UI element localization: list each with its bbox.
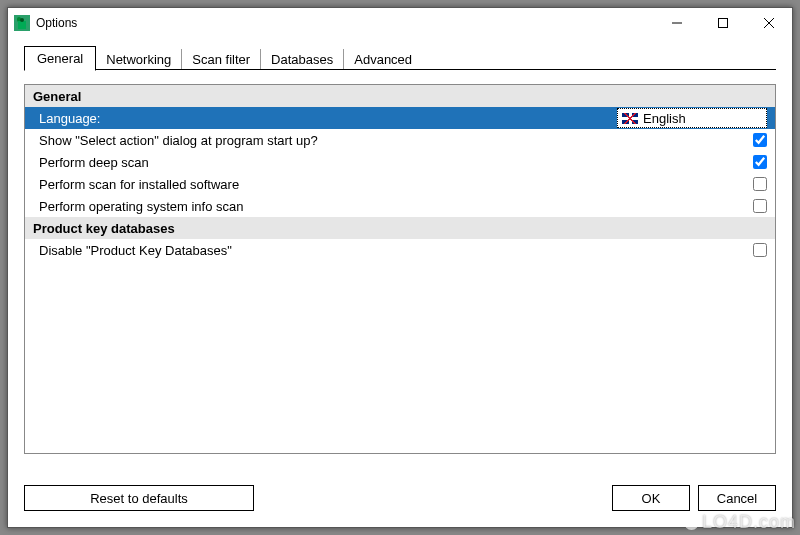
minimize-button[interactable] (654, 8, 700, 38)
window-title: Options (36, 16, 654, 30)
spacer (262, 485, 604, 511)
row-show-dialog-label: Show "Select action" dialog at program s… (33, 133, 617, 148)
titlebar: Options (8, 8, 792, 38)
tab-databases[interactable]: Databases (260, 49, 343, 70)
row-deep-scan[interactable]: Perform deep scan (25, 151, 775, 173)
os-info-checkbox[interactable] (753, 199, 767, 213)
tab-general[interactable]: General (24, 46, 96, 71)
svg-rect-2 (18, 21, 26, 29)
section-header-pkdb: Product key databases (25, 217, 775, 239)
tab-scan-filter[interactable]: Scan filter (181, 49, 260, 70)
row-os-info[interactable]: Perform operating system info scan (25, 195, 775, 217)
reset-defaults-button[interactable]: Reset to defaults (24, 485, 254, 511)
content-area: General Networking Scan filter Databases… (8, 38, 792, 471)
section-header-general-label: General (33, 89, 767, 104)
language-select[interactable]: English (617, 108, 767, 128)
close-button[interactable] (746, 8, 792, 38)
uk-flag-icon (622, 113, 638, 124)
svg-rect-5 (719, 19, 728, 28)
row-language[interactable]: Language: English (25, 107, 775, 129)
row-deep-scan-label: Perform deep scan (33, 155, 617, 170)
row-installed-software-label: Perform scan for installed software (33, 177, 617, 192)
section-header-pkdb-label: Product key databases (33, 221, 767, 236)
disable-pkdb-checkbox[interactable] (753, 243, 767, 257)
section-header-general: General (25, 85, 775, 107)
app-icon (14, 15, 30, 31)
window-controls (654, 8, 792, 38)
language-value: English (643, 111, 686, 126)
options-window: Options General Networking Scan filter D… (7, 7, 793, 528)
show-dialog-checkbox[interactable] (753, 133, 767, 147)
row-disable-pkdb[interactable]: Disable "Product Key Databases" (25, 239, 775, 261)
row-language-label: Language: (33, 111, 617, 126)
row-os-info-label: Perform operating system info scan (33, 199, 617, 214)
maximize-button[interactable] (700, 8, 746, 38)
row-show-dialog[interactable]: Show "Select action" dialog at program s… (25, 129, 775, 151)
row-disable-pkdb-label: Disable "Product Key Databases" (33, 243, 617, 258)
installed-software-checkbox[interactable] (753, 177, 767, 191)
tab-advanced[interactable]: Advanced (343, 49, 422, 70)
tab-bar: General Networking Scan filter Databases… (24, 46, 776, 70)
row-installed-software[interactable]: Perform scan for installed software (25, 173, 775, 195)
cancel-button[interactable]: Cancel (698, 485, 776, 511)
footer: Reset to defaults OK Cancel (8, 471, 792, 527)
svg-point-3 (20, 18, 24, 22)
options-panel: General Language: English Show "Select a… (24, 84, 776, 454)
tab-networking[interactable]: Networking (96, 49, 181, 70)
deep-scan-checkbox[interactable] (753, 155, 767, 169)
ok-button[interactable]: OK (612, 485, 690, 511)
